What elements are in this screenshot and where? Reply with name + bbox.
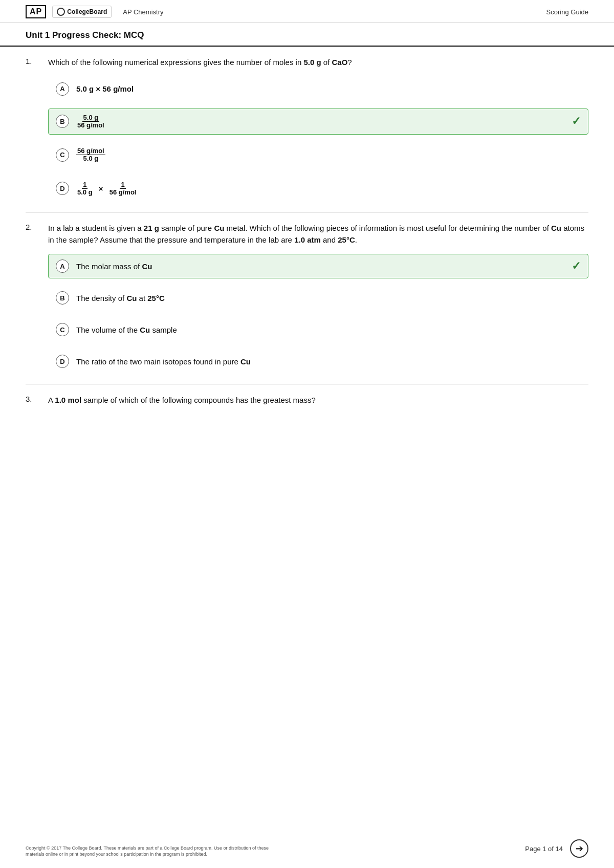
fraction-numerator: 1 [120,181,125,189]
question-3-number: 3. [26,395,38,406]
option-2-D-text: The ratio of the two main isotopes found… [76,357,251,366]
copyright-text: Copyright © 2017 The College Board. Thes… [26,845,281,858]
option-2-C-content: The volume of the Cu sample [76,326,581,334]
option-2-D-content: The ratio of the two main isotopes found… [76,357,581,366]
option-1-A-text: 5.0 g × 56 g/mol [76,84,134,93]
option-1-C[interactable]: C 56 g/mol 5.0 g [48,142,588,168]
option-1-B[interactable]: B 5.0 g 56 g/mol ✓ [48,108,588,135]
scoring-guide-label: Scoring Guide [546,8,588,16]
question-2-number: 2. [26,223,38,246]
section-divider-1 [26,212,588,212]
option-1-B-content: 5.0 g 56 g/mol [76,114,572,129]
question-3: 3. A 1.0 mol sample of which of the foll… [26,395,588,406]
option-circle-A: A [56,259,69,273]
question-1-header: 1. Which of the following numerical expr… [26,57,588,69]
option-2-B-content: The density of Cu at 25°C [76,294,581,302]
question-3-text: A 1.0 mol sample of which of the followi… [48,395,316,406]
question-1-number: 1. [26,57,38,69]
fraction-numerator: 1 [82,181,87,189]
fraction-numerator: 5.0 g [82,114,100,122]
footer-navigation: Page 1 of 14 ➔ [525,839,588,858]
option-1-C-fraction: 56 g/mol 5.0 g [76,147,105,163]
fraction-denominator: 56 g/mol [76,122,105,129]
subject-label: AP Chemistry [123,8,163,16]
option-1-D-frac2: 1 56 g/mol [108,181,138,197]
option-1-C-content: 56 g/mol 5.0 g [76,147,581,163]
option-2-C[interactable]: C The volume of the Cu sample [48,317,588,342]
option-circle-D: D [56,355,69,368]
fraction-denominator: 56 g/mol [108,189,138,196]
option-2-B-text: The density of Cu at 25°C [76,294,165,302]
fraction-numerator: 56 g/mol [76,147,105,155]
page-footer: Copyright © 2017 The College Board. Thes… [0,839,614,858]
fraction-denominator: 5.0 g [76,189,94,196]
question-1-text: Which of the following numerical express… [48,57,352,69]
fraction-denominator: 5.0 g [82,155,100,162]
option-2-A[interactable]: A The molar mass of Cu ✓ [48,254,588,278]
option-1-D[interactable]: D 1 5.0 g × 1 56 g/mol [48,176,588,202]
option-2-C-text: The volume of the Cu sample [76,326,177,334]
question-1: 1. Which of the following numerical expr… [26,57,588,202]
question-2: 2. In a lab a student is given a 21 g sa… [26,223,588,374]
ap-logo: AP [26,5,46,18]
option-circle-C: C [56,148,69,162]
option-2-B[interactable]: B The density of Cu at 25°C [48,286,588,310]
option-circle-B: B [56,115,69,128]
check-mark-icon: ✓ [572,259,581,273]
option-circle-B: B [56,291,69,305]
question-1-options: A 5.0 g × 56 g/mol B 5.0 g 56 g/mol ✓ C [48,77,588,202]
next-page-button[interactable]: ➔ [570,839,588,858]
page-title-section: Unit 1 Progress Check: MCQ [0,23,614,47]
option-2-D[interactable]: D The ratio of the two main isotopes fou… [48,349,588,374]
option-1-B-fraction: 5.0 g 56 g/mol [76,114,105,129]
option-circle-A: A [56,82,69,96]
option-2-A-text: The molar mass of Cu [76,262,152,271]
question-3-header: 3. A 1.0 mol sample of which of the foll… [26,395,588,406]
check-mark-icon: ✓ [572,115,581,128]
page-header: AP CollegeBoard AP Chemistry Scoring Gui… [0,0,614,23]
page-number: Page 1 of 14 [525,845,563,853]
question-2-header: 2. In a lab a student is given a 21 g sa… [26,223,588,246]
option-1-A[interactable]: A 5.0 g × 56 g/mol [48,77,588,101]
question-2-text: In a lab a student is given a 21 g sampl… [48,223,588,246]
option-1-D-content: 1 5.0 g × 1 56 g/mol [76,181,581,197]
option-1-A-content: 5.0 g × 56 g/mol [76,84,581,93]
collegeboard-logo: CollegeBoard [52,6,112,18]
option-circle-D: D [56,182,69,195]
option-2-A-content: The molar mass of Cu [76,262,572,271]
section-divider-2 [26,384,588,384]
page-title: Unit 1 Progress Check: MCQ [26,30,588,40]
question-2-options: A The molar mass of Cu ✓ B The density o… [48,254,588,374]
main-content: 1. Which of the following numerical expr… [0,47,614,425]
option-1-D-frac1: 1 5.0 g [76,181,94,197]
header-logos: AP CollegeBoard AP Chemistry [26,5,163,18]
cb-circle-icon [57,8,65,16]
option-circle-C: C [56,323,69,336]
cb-logo-text: CollegeBoard [67,8,107,15]
multiply-sign: × [99,184,103,193]
